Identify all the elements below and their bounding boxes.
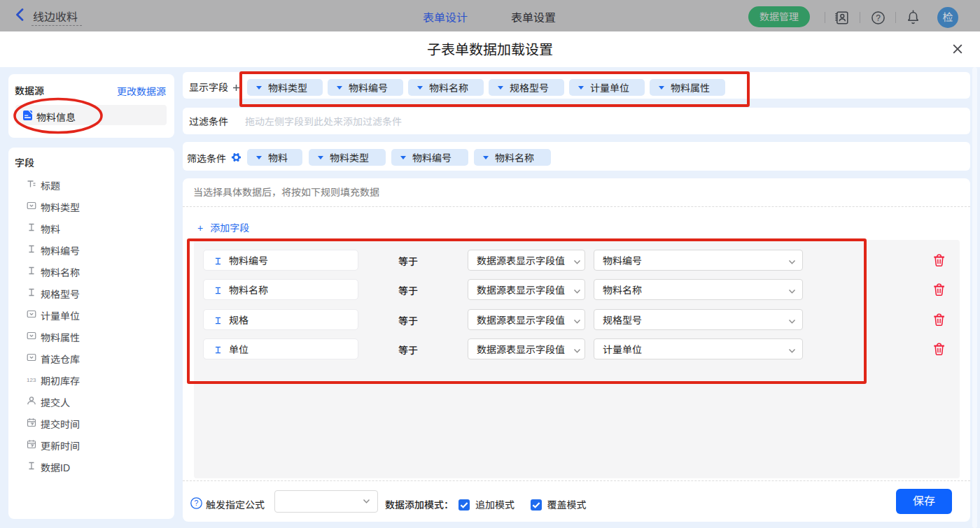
svg-text:?: ? [876, 13, 881, 23]
svg-text:?: ? [195, 499, 199, 507]
svg-text:123: 123 [27, 377, 36, 383]
